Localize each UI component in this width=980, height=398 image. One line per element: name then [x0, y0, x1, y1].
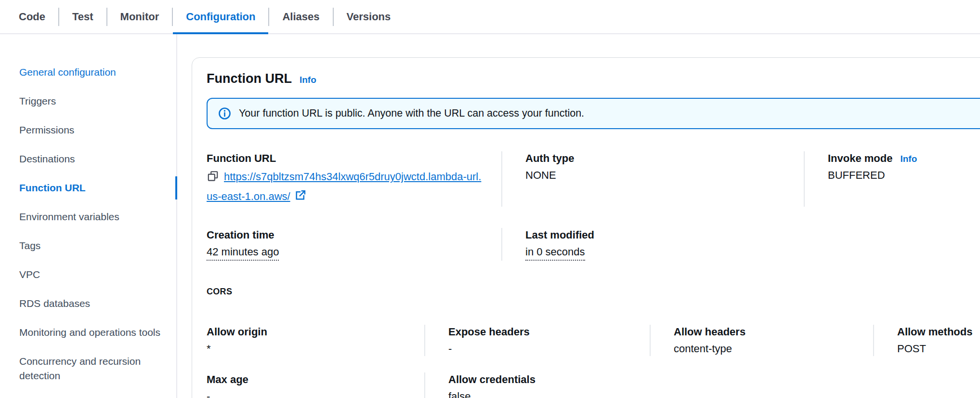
main-content: Function URL Info Your function URL is p…	[177, 34, 980, 398]
sidebar-item-triggers[interactable]: Triggers	[19, 94, 176, 108]
sidebar-item-vpc[interactable]: VPC	[19, 267, 176, 282]
max-age-label: Max age	[207, 372, 407, 387]
function-url-label: Function URL	[207, 151, 484, 166]
sidebar-item-destinations[interactable]: Destinations	[19, 152, 176, 166]
cors-row-2: Max age - Allow credentials false	[207, 372, 980, 398]
allow-credentials-field: Allow credentials false	[424, 372, 980, 398]
sidebar-item-function-url[interactable]: Function URL	[19, 181, 176, 195]
tab-monitor[interactable]: Monitor	[107, 0, 172, 33]
function-url-info-link[interactable]: Info	[300, 75, 316, 85]
last-modified-label: Last modified	[525, 228, 980, 242]
max-age-field: Max age -	[207, 372, 424, 398]
allow-credentials-value: false	[448, 389, 980, 398]
tab-configuration[interactable]: Configuration	[173, 0, 268, 33]
banner-text: Your function URL is public. Anyone with…	[239, 107, 584, 119]
expose-headers-label: Expose headers	[448, 325, 650, 339]
sidebar-item-monitoring-operations-tools[interactable]: Monitoring and operations tools	[19, 325, 176, 340]
url-details-row: Function URL https://s7qbltzsm74hs34lxwq…	[207, 151, 980, 207]
max-age-value: -	[207, 389, 407, 398]
allow-origin-label: Allow origin	[207, 325, 407, 339]
copy-icon[interactable]	[207, 170, 219, 188]
allow-methods-value: POST	[897, 342, 980, 356]
allow-headers-label: Allow headers	[674, 325, 873, 339]
public-url-info-banner: Your function URL is public. Anyone with…	[207, 98, 980, 129]
creation-time-field: Creation time 42 minutes ago	[207, 228, 501, 261]
tab-aliases[interactable]: Aliases	[269, 0, 332, 33]
invoke-mode-info-link[interactable]: Info	[900, 154, 917, 164]
invoke-mode-field: Invoke mode Info BUFFERED	[804, 151, 980, 207]
allow-credentials-label: Allow credentials	[448, 372, 980, 387]
creation-time-label: Creation time	[207, 228, 484, 242]
invoke-mode-value: BUFFERED	[828, 168, 980, 183]
expose-headers-value: -	[448, 342, 650, 356]
info-icon	[218, 107, 231, 120]
sidebar-item-tags[interactable]: Tags	[19, 239, 176, 253]
tab-code[interactable]: Code	[6, 0, 58, 33]
auth-type-value: NONE	[525, 168, 804, 183]
cors-row-1: Allow origin * Expose headers - Allow he…	[207, 325, 980, 356]
card-header: Function URL Info	[207, 71, 980, 86]
expose-headers-field: Expose headers -	[424, 325, 650, 356]
auth-type-label: Auth type	[525, 151, 804, 166]
time-details-row: Creation time 42 minutes ago Last modifi…	[207, 228, 980, 261]
allow-headers-field: Allow headers content-type	[650, 325, 873, 356]
sidebar-item-permissions[interactable]: Permissions	[19, 123, 176, 137]
allow-headers-value: content-type	[674, 342, 873, 356]
sidebar-item-rds-databases[interactable]: RDS databases	[19, 296, 176, 311]
invoke-mode-label: Invoke mode	[828, 151, 892, 166]
creation-time-value[interactable]: 42 minutes ago	[207, 245, 279, 261]
page-title: Function URL	[207, 71, 292, 86]
tab-versions[interactable]: Versions	[334, 0, 404, 33]
auth-type-field: Auth type NONE	[501, 151, 804, 207]
tab-test[interactable]: Test	[59, 0, 106, 33]
allow-methods-label: Allow methods	[897, 325, 980, 339]
sidebar-item-concurrency-recursion-detection[interactable]: Concurrency and recursion detection	[19, 354, 176, 383]
sidebar-item-general-configuration[interactable]: General configuration	[19, 65, 176, 80]
allow-origin-field: Allow origin *	[207, 325, 424, 356]
allow-origin-value: *	[207, 342, 407, 356]
function-url-card: Function URL Info Your function URL is p…	[192, 57, 980, 398]
function-tabs: Code Test Monitor Configuration Aliases …	[0, 0, 980, 34]
allow-methods-field: Allow methods POST	[873, 325, 980, 356]
last-modified-value[interactable]: in 0 seconds	[525, 245, 585, 261]
external-link-icon[interactable]	[294, 189, 306, 207]
last-modified-field: Last modified in 0 seconds	[501, 228, 980, 261]
sidebar-item-environment-variables[interactable]: Environment variables	[19, 210, 176, 224]
configuration-sidebar: General configuration Triggers Permissio…	[0, 34, 177, 398]
function-url-field: Function URL https://s7qbltzsm74hs34lxwq…	[207, 151, 501, 207]
cors-section-heading: CORS	[207, 287, 980, 297]
function-url-link[interactable]: https://s7qbltzsm74hs34lxwq6r5druy0jwctd…	[207, 171, 481, 202]
function-url-value: https://s7qbltzsm74hs34lxwq6r5druy0jwctd…	[207, 168, 484, 207]
